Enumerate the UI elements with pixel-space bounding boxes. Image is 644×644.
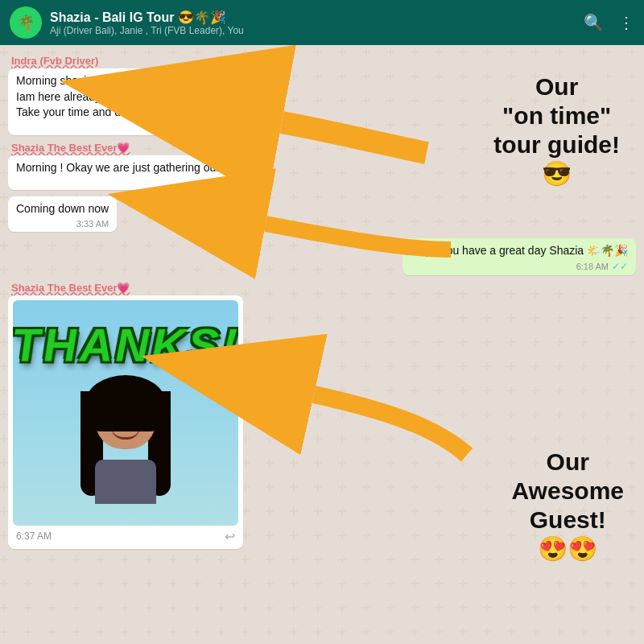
sticker-footer: 6:37 AM ↩ xyxy=(13,529,238,544)
bubble-2-footer: 3:28 AM xyxy=(16,177,253,187)
bubble-4-time: 6:18 AM xyxy=(576,262,609,271)
bubble-2: Morning ! Okay we are just gathering our… xyxy=(8,155,261,191)
chat-header: 🌴 Shazia - Bali IG Tour 😎🌴🎉 Aji (Driver … xyxy=(0,0,644,45)
menu-icon[interactable]: ⋮ xyxy=(618,13,634,32)
bubble-3-time: 3:33 AM xyxy=(76,219,109,229)
bubble-1-time: 3:22 AM xyxy=(232,122,264,132)
message-3-container: Coming down now 3:33 AM xyxy=(8,196,636,232)
reply-icon[interactable]: ↩ xyxy=(225,529,235,544)
sender-name-indra: Indra (Fvb Driver) xyxy=(8,55,98,67)
sender-name-shazia: Shazia The Best Ever💗 xyxy=(8,142,130,154)
bottom-annotation: Our Awesome Guest! 😍😍 xyxy=(511,448,624,564)
message-4-container: Hope you have a great day Shazia 🌤️🌴🎉 6:… xyxy=(8,238,636,275)
sticker-image: THANKS! xyxy=(13,300,238,526)
header-info: Shazia - Bali IG Tour 😎🌴🎉 Aji (Driver Ba… xyxy=(50,10,576,36)
body xyxy=(95,460,156,504)
bubble-2-time: 3:28 AM xyxy=(221,177,253,187)
bubble-1-footer: 3:22 AM xyxy=(16,122,264,132)
sticker-bubble: THANKS! xyxy=(8,295,243,549)
bubble-3-footer: 3:33 AM xyxy=(16,219,109,229)
sticker-avatar xyxy=(77,375,174,504)
bubble-3: Coming down now 3:33 AM xyxy=(8,196,117,232)
chat-background: 🌴 Shazia - Bali IG Tour 😎🌴🎉 Aji (Driver … xyxy=(0,0,644,644)
header-actions[interactable]: 🔍 ⋮ xyxy=(584,13,634,32)
sticker-text: THANKS! xyxy=(13,321,238,367)
participants: Aji (Driver Bali), Janie , Tri (FVB Lead… xyxy=(50,25,576,36)
search-icon[interactable]: 🔍 xyxy=(584,13,604,32)
top-annotation: Our "on time" tour guide! 😎 xyxy=(493,72,620,188)
bubble-4: Hope you have a great day Shazia 🌤️🌴🎉 6:… xyxy=(402,238,636,275)
bubble-4-text: Hope you have a great day Shazia 🌤️🌴🎉 xyxy=(411,243,628,259)
group-avatar: 🌴 xyxy=(10,6,42,39)
bubble-1: Morning shazia Iam here already so i wil… xyxy=(8,68,272,135)
bubble-1-text: Morning shazia Iam here already so i wil… xyxy=(16,73,264,121)
bubble-4-footer: 6:18 AM ✓✓ xyxy=(411,261,628,272)
bubble-3-text: Coming down now xyxy=(16,201,109,217)
double-check-icon: ✓✓ xyxy=(612,261,628,272)
bubble-2-text: Morning ! Okay we are just gathering our… xyxy=(16,160,253,176)
hair-top xyxy=(85,375,166,431)
group-name: Shazia - Bali IG Tour 😎🌴🎉 xyxy=(50,10,576,25)
sender-name-shazia-2: Shazia The Best Ever💗 xyxy=(8,282,130,294)
sticker-time: 6:37 AM xyxy=(16,530,52,542)
